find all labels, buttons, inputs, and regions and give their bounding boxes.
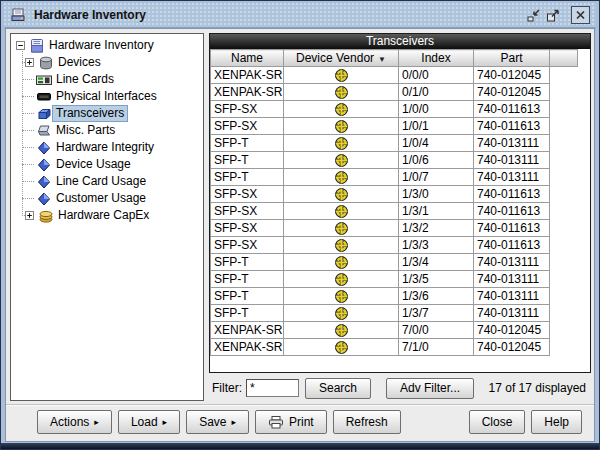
table-row[interactable]: SFP-SX1/3/0740-011613 [211, 186, 578, 203]
table-row[interactable]: SFP-SX1/3/2740-011613 [211, 220, 578, 237]
table-row[interactable]: SFP-T1/3/5740-013111 [211, 271, 578, 288]
cell-part: 740-013111 [474, 152, 550, 169]
cell-part: 740-011613 [474, 220, 550, 237]
column-header-device-vendor[interactable]: Device Vendor▼ [284, 50, 399, 67]
transceivers-table-box: Transceivers NameDevice Vendor▼IndexPart… [209, 33, 591, 373]
table-row[interactable]: XENPAK-SR7/0/0740-012045 [211, 322, 578, 339]
plus-expander-icon[interactable] [25, 58, 34, 67]
cell-name: SFP-SX [211, 203, 284, 220]
adv-filter-button[interactable]: Adv Filter... [386, 378, 474, 399]
column-header-label: Index [421, 51, 450, 65]
cell-part: 740-012045 [474, 84, 550, 101]
cell-filler [550, 152, 578, 169]
tree-item-label: Hardware Inventory [46, 38, 157, 53]
minimize-button[interactable] [524, 7, 543, 24]
cell-filler [550, 220, 578, 237]
cell-index: 1/0/1 [399, 118, 474, 135]
cell-device-vendor [284, 271, 399, 288]
usage-diamond-icon [36, 174, 52, 190]
cell-name: SFP-T [211, 254, 284, 271]
minus-expander-icon[interactable] [16, 41, 25, 50]
tree-item-device-usage[interactable]: Device Usage [13, 156, 203, 173]
inventory-icon [29, 38, 45, 54]
column-header-index[interactable]: Index [399, 50, 474, 67]
window-frame-bottom [1, 443, 599, 449]
print-button[interactable]: Print [255, 410, 327, 434]
cell-index: 1/0/7 [399, 169, 474, 186]
juniper-vendor-logo-icon [335, 205, 348, 218]
tree-item-physical-interfaces[interactable]: Physical Interfaces [13, 88, 203, 105]
tree-item-devices[interactable]: Devices [13, 54, 203, 71]
cell-device-vendor [284, 84, 399, 101]
table-row[interactable]: SFP-T1/0/4740-013111 [211, 135, 578, 152]
cell-name: SFP-SX [211, 220, 284, 237]
table-row[interactable]: SFP-T1/3/4740-013111 [211, 254, 578, 271]
panel-title: Transceivers [210, 34, 590, 49]
title-bar[interactable]: Hardware Inventory [4, 3, 596, 28]
tree-branch-line [22, 198, 34, 199]
table-row[interactable]: SFP-T1/0/6740-013111 [211, 152, 578, 169]
table-row[interactable]: SFP-SX1/3/1740-011613 [211, 203, 578, 220]
filter-input[interactable] [246, 379, 299, 397]
sort-desc-icon: ▼ [378, 55, 386, 64]
refresh-button[interactable]: Refresh [333, 410, 401, 434]
hardware-inventory-window: Hardware Inventory Hardware InventoryDev… [0, 0, 600, 450]
tree-item-customer-usage[interactable]: Customer Usage [13, 190, 203, 207]
tree-item-hardware-integrity[interactable]: Hardware Integrity [13, 139, 203, 156]
tree-branch-line [22, 113, 34, 114]
column-header-filler[interactable] [550, 50, 578, 67]
table-row[interactable]: XENPAK-SR0/0/0740-012045 [211, 67, 578, 84]
cell-filler [550, 305, 578, 322]
cell-device-vendor [284, 118, 399, 135]
table-row[interactable]: SFP-SX1/0/1740-011613 [211, 118, 578, 135]
physical-interface-icon [36, 89, 52, 105]
window-content: Hardware InventoryDevicesLine CardsPhysi… [5, 28, 595, 442]
close-button[interactable] [571, 6, 590, 24]
cell-part: 740-013111 [474, 305, 550, 322]
tree-item-transceivers[interactable]: Transceivers [13, 105, 203, 122]
tree-items: Hardware InventoryDevicesLine CardsPhysi… [13, 37, 203, 224]
actions-button[interactable]: Actions▸ [37, 410, 112, 434]
plus-expander-icon[interactable] [25, 211, 34, 220]
table-row[interactable]: SFP-SX1/3/3740-011613 [211, 237, 578, 254]
misc-parts-icon [36, 123, 52, 139]
save-button[interactable]: Save▸ [186, 410, 249, 434]
tree-item-line-card-usage[interactable]: Line Card Usage [13, 173, 203, 190]
table-row[interactable]: SFP-SX1/0/0740-011613 [211, 101, 578, 118]
cell-part: 740-011613 [474, 203, 550, 220]
menu-arrow-icon: ▸ [94, 418, 99, 427]
table-row[interactable]: XENPAK-SR7/1/0740-012045 [211, 339, 578, 356]
cell-name: SFP-T [211, 271, 284, 288]
maximize-icon [546, 9, 560, 22]
cell-part: 740-012045 [474, 339, 550, 356]
tree-item-hardware-capex[interactable]: Hardware CapEx [13, 207, 203, 224]
usage-diamond-icon [36, 140, 52, 156]
table-row[interactable]: SFP-T1/3/7740-013111 [211, 305, 578, 322]
load-button[interactable]: Load▸ [118, 410, 180, 434]
cell-filler [550, 254, 578, 271]
search-button[interactable]: Search [305, 378, 371, 399]
cell-device-vendor [284, 203, 399, 220]
cell-device-vendor [284, 220, 399, 237]
cell-part: 740-011613 [474, 118, 550, 135]
tree-item-misc-parts[interactable]: Misc. Parts [13, 122, 203, 139]
tree-item-line-cards[interactable]: Line Cards [13, 71, 203, 88]
table-row[interactable]: SFP-T1/3/6740-013111 [211, 288, 578, 305]
table-row[interactable]: XENPAK-SR0/1/0740-012045 [211, 84, 578, 101]
help-button[interactable]: Help [531, 410, 582, 434]
cell-index: 1/3/5 [399, 271, 474, 288]
juniper-vendor-logo-icon [335, 239, 348, 252]
cell-device-vendor [284, 135, 399, 152]
cell-device-vendor [284, 305, 399, 322]
tree-item-hardware-inventory[interactable]: Hardware Inventory [13, 37, 203, 54]
tree-item-label: Transceivers [53, 106, 127, 121]
column-header-part[interactable]: Part [474, 50, 550, 67]
cell-filler [550, 288, 578, 305]
menu-arrow-icon: ▸ [163, 418, 168, 427]
close-window-button[interactable]: Close [469, 410, 526, 434]
window-title: Hardware Inventory [34, 8, 146, 22]
table-row[interactable]: SFP-T1/0/7740-013111 [211, 169, 578, 186]
cell-device-vendor [284, 339, 399, 356]
maximize-button[interactable] [543, 7, 562, 24]
column-header-name[interactable]: Name [211, 50, 284, 67]
